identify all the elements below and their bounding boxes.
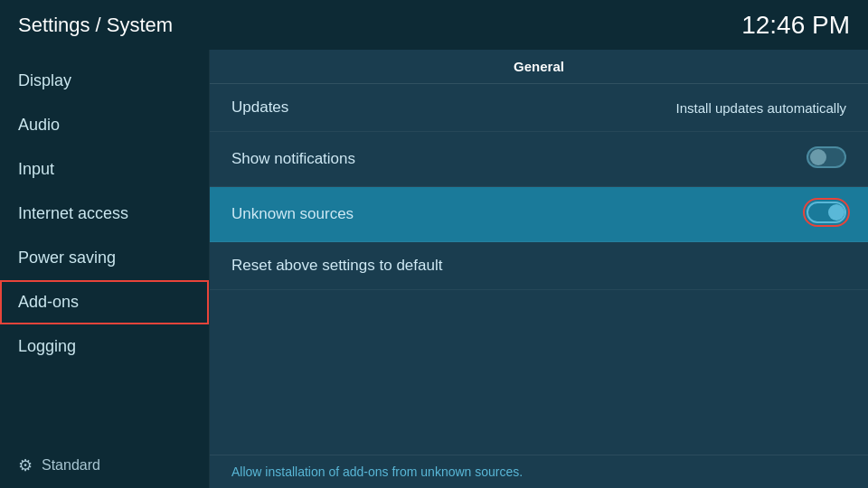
setting-label-unknown-sources: Unknown sources bbox=[231, 205, 354, 223]
sidebar-item-logging[interactable]: Logging bbox=[0, 324, 209, 369]
main-content: General UpdatesInstall updates automatic… bbox=[210, 50, 868, 488]
sidebar-footer-label: Standard bbox=[42, 457, 100, 474]
sidebar-item-input[interactable]: Input bbox=[0, 147, 209, 192]
gear-icon: ⚙ bbox=[18, 455, 33, 475]
setting-label-updates: Updates bbox=[231, 99, 288, 117]
toggle-switch-show-notifications[interactable] bbox=[807, 146, 846, 168]
setting-label-show-notifications: Show notifications bbox=[231, 150, 355, 168]
sidebar: DisplayAudioInputInternet accessPower sa… bbox=[0, 50, 210, 488]
header: Settings / System 12:46 PM bbox=[0, 0, 868, 50]
sidebar-item-audio[interactable]: Audio bbox=[0, 103, 209, 147]
setting-row-unknown-sources[interactable]: Unknown sources bbox=[210, 187, 868, 242]
sidebar-footer[interactable]: ⚙ Standard bbox=[0, 443, 209, 488]
toggle-unknown-sources[interactable] bbox=[807, 202, 846, 227]
sidebar-item-add-ons[interactable]: Add-ons bbox=[0, 280, 209, 324]
sidebar-item-display[interactable]: Display bbox=[0, 59, 209, 103]
toggle-switch-unknown-sources[interactable] bbox=[807, 202, 846, 223]
footer-hint: Allow installation of add-ons from unkno… bbox=[210, 455, 868, 488]
section-header: General bbox=[210, 50, 868, 84]
settings-list: UpdatesInstall updates automaticallyShow… bbox=[210, 84, 868, 455]
sidebar-item-internet-access[interactable]: Internet access bbox=[0, 192, 209, 236]
sidebar-item-power-saving[interactable]: Power saving bbox=[0, 236, 209, 280]
page-title: Settings / System bbox=[18, 14, 173, 37]
setting-row-reset-settings[interactable]: Reset above settings to default bbox=[210, 242, 868, 290]
toggle-show-notifications[interactable] bbox=[807, 146, 846, 172]
setting-label-reset-settings: Reset above settings to default bbox=[231, 257, 442, 275]
setting-row-show-notifications[interactable]: Show notifications bbox=[210, 132, 868, 187]
layout: DisplayAudioInputInternet accessPower sa… bbox=[0, 50, 868, 488]
setting-row-updates[interactable]: UpdatesInstall updates automatically bbox=[210, 84, 868, 132]
clock: 12:46 PM bbox=[741, 11, 850, 40]
setting-value-updates: Install updates automatically bbox=[676, 100, 846, 116]
